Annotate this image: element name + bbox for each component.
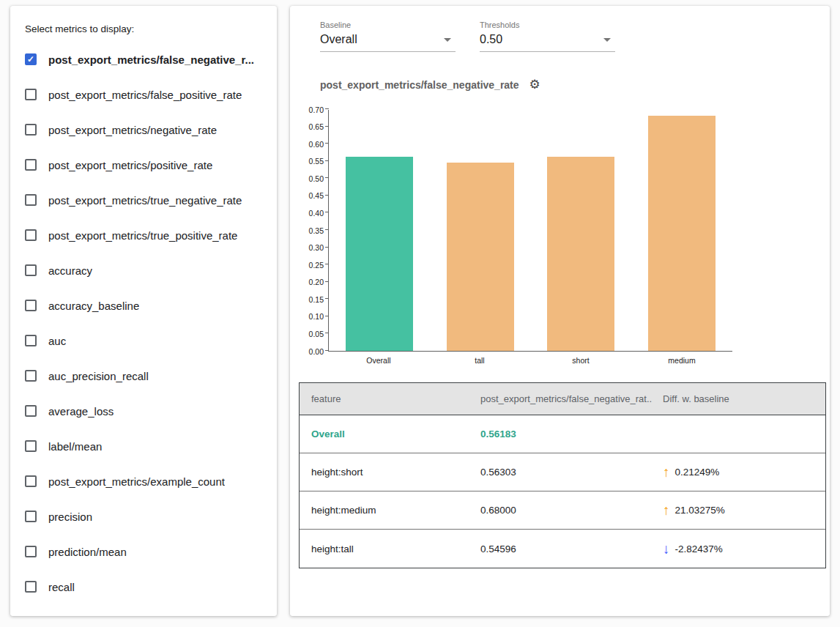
metric-results-panel: Baseline Overall Thresholds 0.50 post_ex… [290, 6, 830, 616]
x-tick-label: medium [631, 356, 732, 365]
metric-list-item[interactable]: label/mean [25, 428, 264, 464]
chart-header: post_export_metrics/false_negative_rate … [290, 52, 830, 91]
y-tick-mark [325, 160, 329, 161]
diff-percentage: -2.82437% [675, 543, 723, 554]
thresholds-select[interactable]: 0.50 [480, 31, 615, 52]
thresholds-label: Thresholds [480, 21, 615, 29]
baseline-select[interactable]: Overall [320, 31, 456, 52]
baseline-label: Baseline [320, 21, 456, 29]
y-tick-mark [325, 264, 329, 264]
metric-list-item[interactable]: recall [25, 569, 264, 604]
y-tick-label: 0.05 [309, 330, 324, 338]
metric-list-item[interactable]: post_export_metrics/positive_rate [25, 147, 264, 182]
metric-label: post_export_metrics/false_positive_rate [48, 89, 242, 101]
checkbox-unchecked-icon[interactable] [25, 546, 37, 557]
metric-label: post_export_metrics/example_count [48, 475, 225, 488]
checkbox-unchecked-icon[interactable] [25, 335, 37, 346]
checkbox-unchecked-icon[interactable] [25, 581, 37, 593]
checkbox-unchecked-icon[interactable] [25, 159, 37, 171]
thresholds-control: Thresholds 0.50 [480, 21, 615, 52]
metric-list-item[interactable]: precision [25, 499, 264, 534]
checkbox-unchecked-icon[interactable] [25, 89, 37, 100]
y-tick-mark [325, 281, 329, 282]
metric-label: post_export_metrics/true_positive_rate [48, 229, 237, 242]
checkbox-unchecked-icon[interactable] [25, 124, 37, 136]
table-row: height:tall0.54596↓-2.82437% [300, 530, 825, 568]
metric-list-item[interactable]: post_export_metrics/negative_rate [25, 112, 264, 147]
y-tick-label: 0.65 [309, 123, 324, 131]
metric-label: post_export_metrics/positive_rate [48, 159, 212, 171]
y-tick-label: 0.00 [309, 348, 324, 356]
chart-bar-tall [447, 163, 514, 351]
table-row: Overall0.56183 [300, 415, 825, 453]
metric-label: recall [48, 581, 75, 593]
metric-list-item[interactable]: post_export_metrics/true_negative_rate [25, 182, 264, 218]
cell-diff: ↓-2.82437% [653, 542, 825, 556]
y-tick-label: 0.30 [309, 244, 324, 252]
column-header-diff: Diff. w. baseline [653, 393, 825, 404]
gear-icon[interactable]: ⚙ [529, 78, 540, 91]
metric-label: accuracy_baseline [48, 300, 139, 312]
checkbox-unchecked-icon[interactable] [25, 511, 37, 522]
metric-list-item[interactable]: ✓post_export_metrics/false_negative_r... [25, 42, 264, 77]
y-tick-mark [325, 350, 329, 351]
y-tick-label: 0.20 [309, 278, 324, 286]
metric-list-item[interactable]: accuracy_baseline [25, 288, 264, 323]
checkbox-unchecked-icon[interactable] [25, 405, 37, 417]
y-axis-labels: 0.000.050.100.150.200.250.300.350.400.45… [296, 110, 324, 352]
metric-list-item[interactable]: post_export_metrics/true_positive_rate [25, 218, 264, 253]
y-tick-mark [325, 229, 329, 230]
checkbox-checked-icon[interactable]: ✓ [25, 53, 37, 65]
y-tick-label: 0.15 [309, 296, 324, 304]
baseline-control: Baseline Overall [320, 21, 456, 52]
y-tick-label: 0.70 [309, 106, 324, 114]
checkbox-unchecked-icon[interactable] [25, 300, 37, 311]
metric-list-item[interactable]: accuracy [25, 253, 264, 288]
metric-list-item[interactable]: auc_precision_recall [25, 358, 264, 393]
checkbox-unchecked-icon[interactable] [25, 229, 37, 241]
thresholds-selected-value: 0.50 [480, 33, 502, 46]
metrics-selector-panel: Select metrics to display: ✓post_export_… [10, 6, 277, 616]
cell-diff: ↑21.03275% [653, 503, 825, 517]
up-arrow-icon: ↑ [663, 503, 670, 517]
checkbox-unchecked-icon[interactable] [25, 440, 37, 452]
checkbox-unchecked-icon[interactable] [25, 194, 37, 206]
checkbox-unchecked-icon[interactable] [25, 264, 37, 276]
metrics-list: ✓post_export_metrics/false_negative_r...… [25, 42, 264, 604]
cell-metric-value: 0.56183 [480, 428, 653, 439]
up-arrow-icon: ↑ [663, 465, 670, 479]
y-tick-mark [325, 177, 329, 178]
chart-bar-medium [648, 116, 716, 351]
y-tick-label: 0.40 [309, 209, 324, 218]
table-body: Overall0.56183height:short0.56303↑0.2124… [300, 415, 825, 568]
metrics-table: feature post_export_metrics/false_negati… [299, 382, 826, 568]
checkbox-unchecked-icon[interactable] [25, 475, 37, 487]
metric-list-item[interactable]: average_loss [25, 393, 264, 428]
chart-bar-overall [346, 157, 413, 351]
metric-label: post_export_metrics/false_negative_r... [48, 53, 254, 66]
y-tick-label: 0.50 [309, 175, 324, 183]
table-row: height:short0.56303↑0.21249% [300, 453, 825, 491]
metric-label: prediction/mean [48, 546, 127, 558]
metric-list-item[interactable]: auc [25, 323, 264, 358]
metric-list-item[interactable]: prediction/mean [25, 534, 264, 569]
cell-feature: height:tall [300, 543, 480, 554]
y-tick-label: 0.35 [309, 227, 324, 235]
diff-percentage: 21.03275% [675, 505, 725, 516]
x-tick-label: short [530, 356, 631, 365]
metric-label: label/mean [48, 440, 102, 453]
y-tick-label: 0.55 [309, 157, 324, 166]
cell-metric-value: 0.68000 [480, 505, 653, 516]
table-header-row: feature post_export_metrics/false_negati… [300, 383, 825, 415]
metric-label: precision [48, 511, 92, 523]
metric-label: accuracy [48, 264, 92, 277]
y-tick-mark [325, 212, 329, 212]
checkbox-unchecked-icon[interactable] [25, 370, 37, 382]
metric-list-item[interactable]: post_export_metrics/false_positive_rate [25, 77, 264, 112]
cell-diff: ↑0.21249% [653, 465, 825, 479]
y-tick-mark [325, 143, 329, 144]
cell-feature: height:short [300, 467, 480, 478]
chart-title: post_export_metrics/false_negative_rate [320, 79, 519, 91]
metric-list-item[interactable]: post_export_metrics/example_count [25, 464, 264, 499]
y-tick-mark [325, 247, 329, 248]
